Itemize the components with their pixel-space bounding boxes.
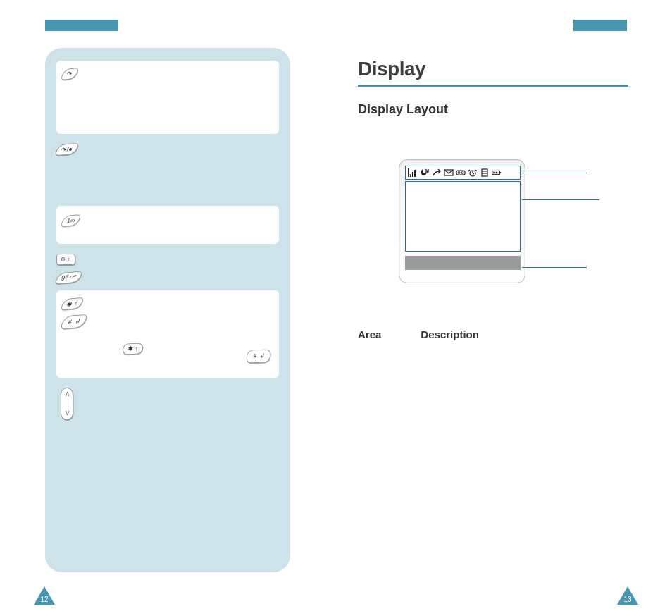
- instruction-box-star-hash: ✱ ↑ ＃ ↲ ✱ ↑ ＃ ↲: [56, 290, 279, 378]
- volume-key-row: ᐱ ᐯ: [61, 388, 279, 420]
- signal-icon: [408, 168, 418, 178]
- nine-key-icon: 9ᵂˣʸᶻ: [55, 271, 82, 284]
- display-text-area: [405, 181, 521, 252]
- left-instruction-panel: ↷ ↷/● 1∞ 0 + 9ᵂˣʸᶻ ✱ ↑ ＃ ↲ ✱ ↑ ＃ ↲ ᐱ ᐯ: [45, 48, 290, 572]
- volume-key-icon: ᐱ ᐯ: [61, 388, 73, 420]
- page-number-left: 12: [34, 596, 55, 603]
- send-key-icon: ↷: [61, 68, 79, 80]
- one-key-icon: 1∞: [61, 214, 81, 227]
- star-key-icon: ✱ ↑: [61, 297, 84, 310]
- vol-up-icon: ᐱ: [66, 391, 69, 398]
- callout-line-softkey: [522, 267, 587, 268]
- table-header-area: Area: [358, 328, 381, 340]
- subsection-heading-display-layout: Display Layout: [358, 102, 628, 117]
- callout-line-text: [522, 199, 599, 200]
- message-icon: [444, 168, 454, 178]
- table-header-description: Description: [421, 328, 479, 340]
- display-layout-diagram: [399, 159, 525, 283]
- call-divert-icon: [432, 168, 442, 178]
- svg-rect-6: [482, 169, 487, 176]
- display-area-table-header: Area Description: [358, 328, 628, 340]
- display-icon-bar: [405, 166, 521, 180]
- call-in-progress-icon: [420, 168, 430, 178]
- vol-down-icon: ᐯ: [66, 410, 69, 417]
- page-number-right: 13: [617, 596, 638, 603]
- hash-key-inline-icon: ＃ ↲: [246, 349, 271, 363]
- section-heading-display: Display: [358, 58, 628, 80]
- callout-line-icons: [522, 173, 587, 173]
- svg-point-4: [461, 172, 463, 174]
- svg-point-3: [458, 172, 460, 174]
- end-key-icon: ↷/●: [55, 143, 79, 156]
- svg-rect-0: [408, 168, 409, 177]
- svg-rect-10: [496, 172, 498, 174]
- zero-key-row: 0 +: [56, 254, 279, 265]
- star-key-inline-icon: ✱ ↑: [122, 343, 144, 355]
- heading-rule: [358, 85, 628, 87]
- voicemail-icon: [456, 168, 466, 178]
- svg-rect-9: [493, 172, 495, 174]
- nine-key-row: 9ᵂˣʸᶻ: [56, 272, 279, 283]
- hash-key-icon: ＃ ↲: [61, 314, 87, 329]
- sim-memory-icon: [480, 168, 490, 178]
- zero-key-icon: 0 +: [56, 254, 75, 265]
- right-page-content: Display Display Layout: [358, 58, 628, 340]
- instruction-box-one-key: 1∞: [56, 206, 279, 244]
- battery-icon: [492, 168, 502, 178]
- alarm-icon: [468, 168, 478, 178]
- end-key-row: ↷/●: [56, 144, 279, 155]
- crop-mark-top-right: [573, 20, 627, 31]
- display-softkey-bar: [405, 256, 521, 270]
- crop-mark-top-left: [45, 20, 118, 31]
- svg-rect-8: [499, 172, 501, 173]
- instruction-box-send-key: ↷: [56, 61, 279, 134]
